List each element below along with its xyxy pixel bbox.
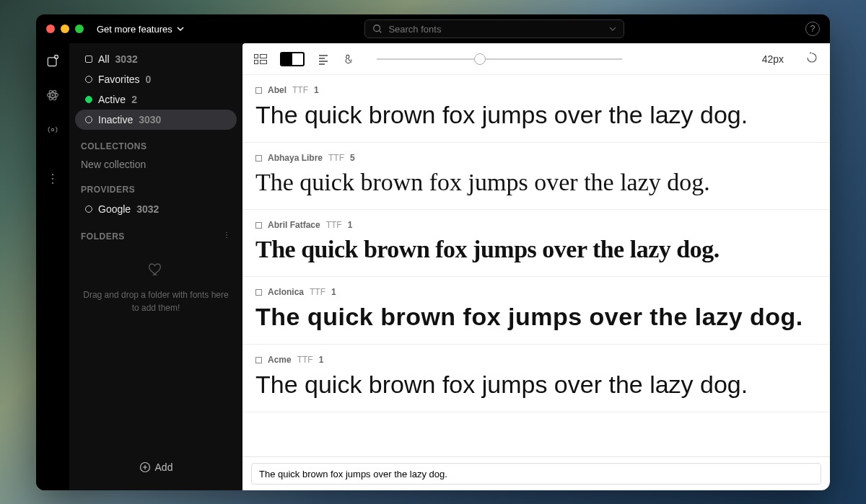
font-count: 1: [331, 287, 336, 297]
folders-header: FOLDERS: [69, 219, 242, 246]
font-name: Abril Fatface: [268, 220, 320, 230]
font-preview: The quick brown fox jumps over the lazy …: [255, 303, 817, 331]
font-count: 1: [314, 85, 319, 95]
sidebar-item-provider-google[interactable]: Google 3032: [75, 199, 237, 219]
font-name: Abhaya Libre: [268, 153, 323, 163]
preview-text-bar: [242, 456, 830, 490]
sidebar-item-label: Inactive: [98, 114, 133, 125]
search-input[interactable]: [388, 24, 603, 35]
sidebar-item-count: 3032: [115, 53, 138, 65]
font-name: Acme: [268, 355, 292, 365]
font-preview: The quick brown fox jumps over the lazy …: [255, 101, 817, 129]
font-row[interactable]: Abhaya Libre TTF 5 The quick brown fox j…: [242, 143, 830, 210]
maximize-window[interactable]: [75, 25, 84, 33]
size-slider[interactable]: [377, 58, 622, 60]
svg-point-8: [52, 174, 53, 175]
align-toggle[interactable]: [318, 53, 329, 65]
svg-point-0: [374, 25, 380, 32]
library-icon[interactable]: [45, 53, 60, 68]
svg-point-10: [52, 182, 53, 184]
svg-point-7: [51, 128, 53, 131]
font-list[interactable]: Abel TTF 1 The quick brown fox jumps ove…: [242, 75, 830, 456]
sidebar-item-favorites[interactable]: Favorites 0: [75, 69, 237, 89]
atom-icon[interactable]: [45, 88, 60, 102]
window-controls: [46, 25, 84, 33]
main-panel: 42px Abel TTF 1 The quick brown fox jump…: [242, 43, 830, 490]
font-count: 1: [319, 355, 324, 365]
checkbox-icon[interactable]: [255, 155, 262, 162]
new-collection[interactable]: New collection: [69, 156, 242, 173]
search-dropdown-icon[interactable]: [609, 22, 616, 35]
reset-button[interactable]: [805, 51, 818, 67]
font-count: 1: [348, 220, 353, 230]
font-ext: TTF: [292, 85, 308, 95]
font-row[interactable]: Acme TTF 1 The quick brown fox jumps ove…: [242, 345, 830, 412]
search-box[interactable]: [364, 19, 624, 38]
chevron-down-icon: [177, 25, 184, 32]
svg-point-12: [226, 234, 227, 236]
sidebar-item-active[interactable]: Active 2: [75, 89, 237, 110]
sidebar-item-count: 0: [146, 74, 152, 85]
slider-knob[interactable]: [474, 53, 486, 65]
dropzone-text: Drag and drop a folder with fonts here t…: [83, 290, 228, 313]
font-name: Abel: [268, 85, 287, 95]
size-label: 42px: [762, 53, 784, 65]
get-features-label: Get more features: [97, 24, 172, 35]
font-ext: TTF: [326, 220, 342, 230]
checkbox-icon[interactable]: [255, 222, 262, 229]
sidebar-item-label: Favorites: [98, 74, 140, 85]
close-window[interactable]: [46, 25, 55, 33]
search-icon: [372, 24, 382, 34]
get-features-menu[interactable]: Get more features: [97, 24, 184, 35]
svg-point-6: [52, 94, 54, 97]
toolbar: 42px: [242, 43, 830, 75]
sidebar-item-label: Google: [98, 203, 131, 215]
sidebar: All 3032 Favorites 0 Active 2 Inactive 3…: [69, 43, 242, 490]
theme-toggle[interactable]: [280, 52, 305, 66]
font-preview: The quick brown fox jumps over the lazy …: [255, 169, 817, 196]
add-button[interactable]: Add: [69, 453, 242, 482]
svg-point-11: [226, 232, 227, 234]
broadcast-icon[interactable]: [45, 123, 60, 137]
minimize-window[interactable]: [61, 25, 69, 33]
sidebar-item-count: 3030: [139, 114, 161, 125]
ampersand-icon[interactable]: [342, 53, 355, 66]
sidebar-item-count: 3032: [136, 203, 159, 215]
font-name: Aclonica: [268, 287, 304, 297]
checkbox-icon[interactable]: [255, 87, 262, 94]
svg-point-9: [52, 178, 53, 180]
font-row[interactable]: Abril Fatface TTF 1 The quick brown fox …: [242, 210, 830, 277]
heart-icon: [81, 260, 231, 284]
folders-more-icon[interactable]: [222, 231, 231, 242]
collections-header: COLLECTIONS: [69, 130, 242, 156]
font-ext: TTF: [310, 287, 325, 297]
view-toggle[interactable]: [254, 54, 267, 64]
font-row[interactable]: Abel TTF 1 The quick brown fox jumps ove…: [242, 75, 830, 143]
folder-dropzone[interactable]: Drag and drop a folder with fonts here t…: [81, 260, 231, 314]
add-label: Add: [155, 461, 173, 473]
font-ext: TTF: [328, 153, 344, 163]
font-row[interactable]: Aclonica TTF 1 The quick brown fox jumps…: [242, 277, 830, 345]
providers-header: PROVIDERS: [69, 173, 242, 199]
font-preview: The quick brown fox jumps over the lazy …: [255, 236, 817, 263]
titlebar: Get more features ?: [36, 14, 830, 43]
checkbox-icon[interactable]: [255, 357, 262, 363]
plus-circle-icon: [139, 461, 151, 473]
help-button[interactable]: ?: [805, 22, 820, 36]
icon-rail: [36, 43, 69, 490]
svg-point-13: [226, 237, 227, 239]
font-preview: The quick brown fox jumps over the lazy …: [255, 371, 817, 399]
font-ext: TTF: [297, 355, 313, 365]
more-icon[interactable]: [45, 172, 60, 186]
app-window: Get more features ?: [36, 14, 830, 490]
sidebar-item-inactive[interactable]: Inactive 3030: [75, 110, 237, 130]
sidebar-item-all[interactable]: All 3032: [75, 49, 237, 69]
sidebar-item-count: 2: [131, 94, 137, 105]
preview-text-input[interactable]: [251, 463, 821, 485]
sidebar-item-label: Active: [98, 94, 126, 105]
font-count: 5: [350, 153, 355, 163]
checkbox-icon[interactable]: [255, 289, 262, 296]
sidebar-item-label: All: [98, 53, 110, 65]
